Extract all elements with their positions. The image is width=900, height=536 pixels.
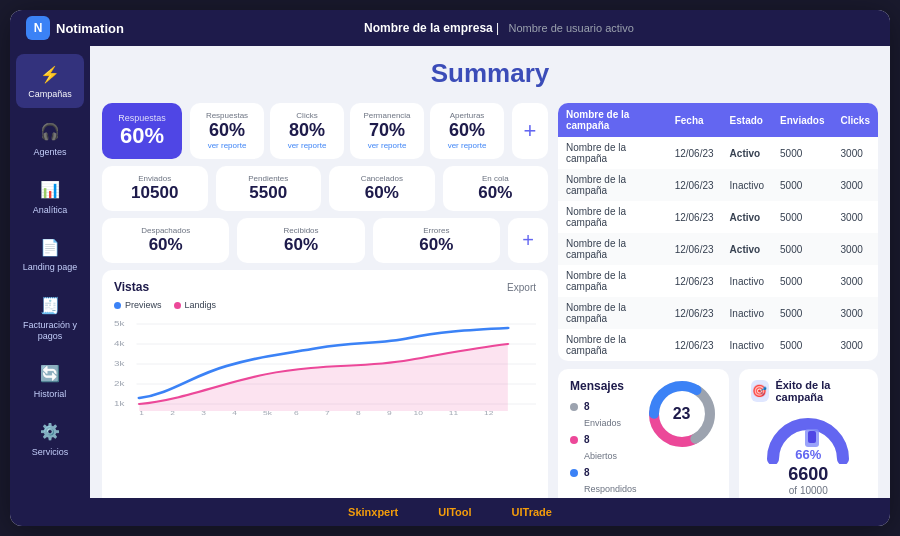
msg-item-abiertos: 8 — [570, 434, 637, 445]
page-icon: 📄 — [38, 235, 62, 259]
pct-stat-0: Despachados 60% — [102, 218, 229, 263]
pct-stat-2: Errores 60% — [373, 218, 500, 263]
cell-clicks: 3000 — [833, 329, 878, 361]
svg-text:5k: 5k — [263, 409, 272, 416]
msg-item-enviados: 8 — [570, 401, 637, 412]
cell-name: Nombre de la campaña — [558, 201, 667, 233]
chart-card: Vistas Export Previews Landigs — [102, 270, 548, 498]
sidebar-label: Facturación y pagos — [20, 320, 80, 342]
messages-title: Mensajes — [570, 379, 637, 393]
main-stat-value: 60% — [120, 123, 164, 149]
cell-status: Activo — [722, 201, 772, 233]
main-layout: ⚡ Campañas 🎧 Agentes 📊 Analítica 📄 Landi… — [10, 46, 890, 498]
cell-sent: 5000 — [772, 265, 832, 297]
num-stat-value: 10500 — [131, 183, 178, 203]
svg-text:11: 11 — [449, 409, 458, 416]
sidebar-item-agents[interactable]: 🎧 Agentes — [16, 112, 84, 166]
svg-text:4: 4 — [232, 409, 237, 416]
logo-text: Notimation — [56, 21, 124, 36]
receipt-icon: 🧾 — [38, 293, 62, 317]
small-stat-link[interactable]: ver reporte — [288, 141, 327, 150]
sidebar-item-campaigns[interactable]: ⚡ Campañas — [16, 54, 84, 108]
small-stat-value: 80% — [289, 120, 325, 141]
legend-label: Landigs — [185, 300, 217, 310]
footer-link-uitrade[interactable]: UITrade — [512, 506, 552, 518]
top-bar: N Notimation Nombre de la empresa | Nomb… — [10, 10, 890, 46]
table-row[interactable]: Nombre de la campaña 12/06/23 Inactivo 5… — [558, 329, 878, 361]
small-stat-link[interactable]: ver reporte — [448, 141, 487, 150]
gear-icon: ⚙️ — [38, 420, 62, 444]
table-row[interactable]: Nombre de la campaña 12/06/23 Inactivo 5… — [558, 265, 878, 297]
table-row[interactable]: Nombre de la campaña 12/06/23 Activo 500… — [558, 201, 878, 233]
sidebar-label: Campañas — [28, 89, 72, 100]
messages-card: Mensajes 8 Enviados 8 Abie — [558, 369, 729, 498]
success-icon: 🎯 — [751, 380, 770, 402]
bottom-bar: Skinxpert UITool UITrade — [10, 498, 890, 526]
small-stat-link[interactable]: ver reporte — [208, 141, 247, 150]
small-stat-value: 70% — [369, 120, 405, 141]
sidebar-label: Historial — [34, 389, 67, 400]
separator: | — [496, 21, 502, 35]
svg-text:2: 2 — [170, 409, 175, 416]
user-name: Nombre de usuario activo — [509, 22, 634, 34]
export-button[interactable]: Export — [507, 282, 536, 293]
table-row[interactable]: Nombre de la campaña 12/06/23 Activo 500… — [558, 233, 878, 265]
table-row[interactable]: Nombre de la campaña 12/06/23 Inactivo 5… — [558, 169, 878, 201]
chart-icon: 📊 — [38, 178, 62, 202]
content-area: Summary Respuestas 60% Respuestas — [90, 46, 890, 498]
cell-date: 12/06/23 — [667, 265, 722, 297]
pct-stat-label: Errores — [423, 226, 449, 235]
small-stat-link[interactable]: ver reporte — [368, 141, 407, 150]
num-stat-1: Pendientes 5500 — [216, 166, 322, 211]
cell-sent: 5000 — [772, 329, 832, 361]
cell-status: Inactivo — [722, 265, 772, 297]
msg-dot-abiertos — [570, 436, 578, 444]
add-stat-button[interactable]: + — [512, 103, 548, 159]
msg-count: 8 — [584, 434, 590, 445]
headphone-icon: 🎧 — [38, 120, 62, 144]
num-stat-value: 60% — [478, 183, 512, 203]
main-stat-label: Respuestas — [118, 113, 166, 123]
col-clicks: Clicks — [833, 103, 878, 137]
svg-text:3k: 3k — [114, 359, 125, 367]
top-stats-row: Respuestas 60% Respuestas 60% ver report… — [102, 103, 548, 159]
cell-sent: 5000 — [772, 297, 832, 329]
cell-clicks: 3000 — [833, 169, 878, 201]
svg-text:5k: 5k — [114, 319, 125, 327]
num-stat-3: En cola 60% — [443, 166, 549, 211]
success-total: of 10000 — [789, 485, 828, 496]
second-stats-row: Enviados 10500 Pendientes 5500 Cancelado… — [102, 166, 548, 211]
footer-link-uitool[interactable]: UITool — [438, 506, 471, 518]
top-bar-center: Nombre de la empresa | Nombre de usuario… — [124, 21, 874, 35]
table-row[interactable]: Nombre de la campaña 12/06/23 Activo 500… — [558, 137, 878, 169]
pct-stat-value: 60% — [284, 235, 318, 255]
msg-label: Abiertos — [584, 451, 637, 461]
col-status: Estado — [722, 103, 772, 137]
svg-text:9: 9 — [387, 409, 392, 416]
cell-name: Nombre de la campaña — [558, 297, 667, 329]
col-date: Fecha — [667, 103, 722, 137]
sidebar-item-landing[interactable]: 📄 Landing page — [16, 227, 84, 281]
table-row[interactable]: Nombre de la campaña 12/06/23 Inactivo 5… — [558, 297, 878, 329]
sidebar-item-services[interactable]: ⚙️ Servicios — [16, 412, 84, 466]
pct-stat-value: 60% — [149, 235, 183, 255]
footer-link-skinxpert[interactable]: Skinxpert — [348, 506, 398, 518]
donut-number: 23 — [673, 405, 691, 423]
col-sent: Enviados — [772, 103, 832, 137]
small-stat-2: Permanencia 70% ver reporte — [350, 103, 424, 159]
logo-icon: N — [26, 16, 50, 40]
cell-name: Nombre de la campaña — [558, 169, 667, 201]
sidebar-item-analytics[interactable]: 📊 Analítica — [16, 170, 84, 224]
page-title: Summary — [102, 58, 878, 89]
cell-clicks: 3000 — [833, 137, 878, 169]
pct-stat-1: Recibidos 60% — [237, 218, 364, 263]
sidebar-item-billing[interactable]: 🧾 Facturación y pagos — [16, 285, 84, 350]
cell-date: 12/06/23 — [667, 329, 722, 361]
small-stat-label: Permanencia — [363, 111, 410, 120]
sidebar-item-history[interactable]: 🔄 Historial — [16, 354, 84, 408]
small-stat-value: 60% — [449, 120, 485, 141]
cell-name: Nombre de la campaña — [558, 329, 667, 361]
small-stat-label: Clicks — [296, 111, 317, 120]
add-pct-button[interactable]: + — [508, 218, 548, 263]
num-stat-value: 5500 — [249, 183, 287, 203]
